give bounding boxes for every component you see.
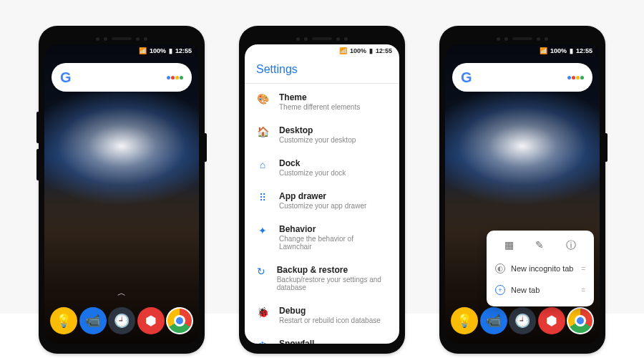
dock-app-clock[interactable]: 🕘	[108, 307, 135, 334]
clock-icon: 🕘	[514, 313, 530, 329]
wifi-icon: 📶	[339, 47, 347, 54]
settings-row-sub: Restart or rebuild icon database	[279, 316, 381, 324]
settings-row-sub: Customize your desktop	[279, 136, 356, 144]
status-bar: 📶 100% ▮ 12:55	[339, 47, 392, 54]
settings-row-title: Debug	[279, 306, 381, 316]
assistant-icon[interactable]	[567, 76, 584, 79]
settings-row-text: ThemeTheme different elements	[279, 92, 360, 111]
dock-app-settings[interactable]: ⬢	[538, 307, 565, 334]
wifi-icon: 📶	[540, 47, 547, 54]
lightbulb-icon: 💡	[457, 313, 472, 329]
dock-app-duo[interactable]: 📹	[480, 307, 507, 334]
settings-row-icon: ✦	[256, 224, 269, 236]
settings-row-text: BehaviorChange the behavior of Lawnchair	[279, 224, 388, 251]
app-drawer-handle-icon[interactable]: ︿	[117, 287, 126, 299]
settings-row-text: DockCustomize your dock	[279, 158, 346, 177]
dock-app-clock[interactable]: 🕘	[509, 307, 536, 334]
popup-row-label: New tab	[511, 286, 540, 294]
popup-row-icon: +	[495, 285, 505, 295]
settings-row-icon: ↻	[256, 265, 267, 277]
settings-row-icon: 🐞	[256, 306, 269, 318]
settings-row-sub: Change the behavior of Lawnchair	[279, 235, 388, 251]
settings-row-backup-restore[interactable]: ↻Backup & restoreBackup/restore your set…	[245, 258, 399, 299]
chrome-shortcut-popup: ▦ ✎ ⓘ ◐New incognito tab=+New tab=	[487, 231, 594, 306]
home-screen[interactable]: 📶 100% ▮ 12:55 G ︿ 💡 📹 🕘 ⬢	[44, 44, 199, 344]
video-icon: 📹	[85, 313, 101, 329]
dock: 💡 📹 🕘 ⬢	[50, 304, 193, 338]
settings-row-sub: Theme different elements	[279, 103, 360, 111]
popup-row-icon: ◐	[495, 263, 505, 274]
settings-screen[interactable]: 📶 100% ▮ 12:55 Settings 🎨ThemeTheme diff…	[245, 44, 399, 344]
battery-pct: 100%	[350, 47, 366, 54]
hex-icon: ⬢	[145, 313, 157, 329]
drag-handle-icon[interactable]: =	[581, 286, 585, 294]
dock-app-duo[interactable]: 📹	[79, 307, 107, 334]
popup-row-label: New incognito tab	[511, 264, 573, 273]
clock-time: 12:55	[576, 47, 592, 54]
settings-row-text: Backup & restoreBackup/restore your sett…	[277, 265, 388, 291]
clock-icon: 🕘	[114, 313, 130, 329]
clock-time: 12:55	[376, 47, 392, 54]
settings-row-title: Theme	[279, 92, 360, 102]
wifi-icon: 📶	[139, 47, 147, 54]
search-bar[interactable]: G	[52, 63, 192, 92]
settings-row-icon: ⌂	[256, 158, 269, 170]
popup-top-row: ▦ ✎ ⓘ	[487, 236, 594, 258]
sensor-bar	[445, 33, 600, 44]
settings-row-title: Desktop	[279, 125, 356, 135]
dock-app-chrome[interactable]	[567, 307, 594, 334]
settings-row-app-drawer[interactable]: ⠿App drawerCustomize your app drawer	[245, 184, 399, 217]
settings-row-icon: ❄	[256, 339, 269, 344]
dock: 💡 📹 🕘 ⬢	[451, 304, 594, 338]
widgets-icon[interactable]: ▦	[504, 239, 514, 252]
settings-row-title: Snowfall	[279, 339, 314, 344]
stage: 📶 100% ▮ 12:55 G ︿ 💡 📹 🕘 ⬢	[0, 0, 644, 354]
settings-list[interactable]: 🎨ThemeTheme different elements🏠DesktopCu…	[245, 84, 399, 344]
info-icon[interactable]: ⓘ	[566, 239, 576, 252]
settings-row-icon: ⠿	[256, 191, 269, 203]
battery-icon: ▮	[169, 47, 172, 54]
assistant-icon[interactable]	[167, 76, 183, 79]
phone-settings: 📶 100% ▮ 12:55 Settings 🎨ThemeTheme diff…	[239, 26, 405, 354]
drag-handle-icon[interactable]: =	[581, 265, 585, 273]
dock-app-tips[interactable]: 💡	[451, 307, 478, 334]
clock-time: 12:55	[175, 47, 192, 54]
dock-app-tips[interactable]: 💡	[50, 307, 77, 334]
google-logo-icon: G	[60, 69, 72, 86]
search-bar[interactable]: G	[452, 63, 592, 92]
sensor-bar	[44, 33, 199, 44]
settings-row-title: App drawer	[279, 191, 366, 201]
phone-home-popup: 📶 100% ▮ 12:55 G 💡 📹 🕘 ⬢ ▦	[439, 26, 605, 354]
lightbulb-icon: 💡	[56, 313, 72, 329]
settings-row-text: DebugRestart or rebuild icon database	[279, 306, 381, 324]
edit-icon[interactable]: ✎	[535, 239, 544, 252]
home-screen[interactable]: 📶 100% ▮ 12:55 G 💡 📹 🕘 ⬢ ▦	[445, 44, 600, 344]
popup-row[interactable]: ◐New incognito tab=	[487, 258, 594, 279]
settings-row-sub: Backup/restore your settings and databas…	[277, 276, 388, 291]
dock-app-settings[interactable]: ⬢	[137, 307, 165, 334]
video-icon: 📹	[486, 313, 502, 329]
settings-row-dock[interactable]: ⌂DockCustomize your dock	[245, 151, 399, 184]
battery-icon: ▮	[570, 47, 573, 54]
settings-row-snowfall[interactable]: ❄Snowfall	[245, 332, 399, 344]
volume-rocker-2	[36, 149, 39, 180]
google-logo-icon: G	[461, 69, 472, 86]
settings-row-text: DesktopCustomize your desktop	[279, 125, 356, 144]
popup-row[interactable]: +New tab=	[487, 279, 594, 301]
volume-rocker	[36, 112, 39, 143]
settings-row-behavior[interactable]: ✦BehaviorChange the behavior of Lawnchai…	[245, 217, 399, 258]
settings-row-desktop[interactable]: 🏠DesktopCustomize your desktop	[245, 118, 399, 151]
settings-row-sub: Customize your app drawer	[279, 202, 366, 210]
battery-icon: ▮	[369, 47, 373, 54]
settings-row-title: Backup & restore	[277, 265, 388, 275]
settings-row-theme[interactable]: 🎨ThemeTheme different elements	[245, 85, 399, 118]
battery-pct: 100%	[550, 47, 567, 54]
settings-row-debug[interactable]: 🐞DebugRestart or rebuild icon database	[245, 299, 399, 332]
hex-icon: ⬢	[546, 313, 557, 329]
settings-surface: 📶 100% ▮ 12:55 Settings 🎨ThemeTheme diff…	[245, 44, 399, 344]
power-button	[205, 133, 207, 162]
settings-row-sub: Customize your dock	[279, 169, 346, 177]
settings-row-icon: 🏠	[256, 125, 269, 137]
dock-app-chrome[interactable]	[166, 307, 193, 334]
settings-row-title: Dock	[279, 158, 346, 168]
